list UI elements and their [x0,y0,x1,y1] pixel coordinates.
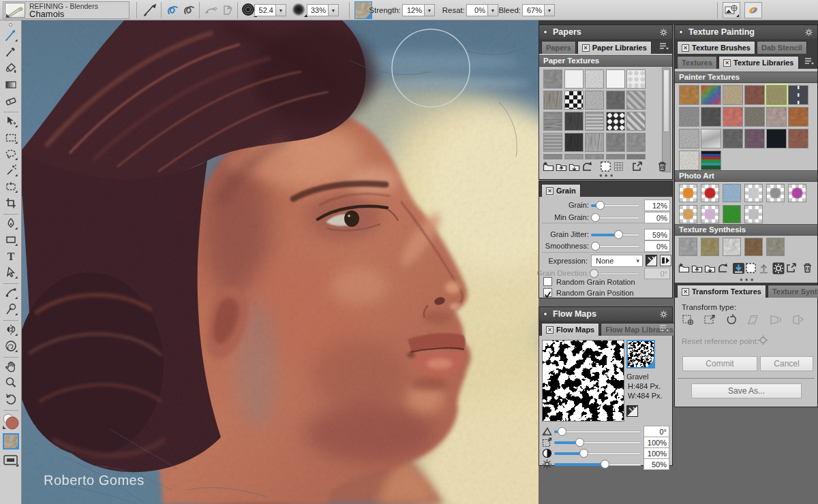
expression-dropdown[interactable]: None▾ [591,255,643,267]
trash-icon[interactable] [656,161,668,172]
invert-grain-icon[interactable] [646,255,657,266]
painter-texture-swatch[interactable] [701,151,721,170]
slider-value[interactable]: 50% [643,458,669,470]
texture-synthesis-swatch[interactable] [723,238,741,256]
rect-select-tool[interactable] [2,131,20,146]
rect-shape-tool[interactable] [2,233,20,249]
texture-synthesis-swatch[interactable] [744,238,763,256]
paper-texture-swatch[interactable] [606,112,625,131]
save-as-button[interactable]: Save As... [691,383,802,398]
rotate-page-tool[interactable] [2,392,20,408]
tab-texture-libraries[interactable]: ✕Texture Libraries [718,56,798,69]
close-tab-icon[interactable]: ✕ [546,187,554,195]
painter-texture-swatch[interactable] [679,151,699,170]
marquee-icon[interactable] [745,262,757,274]
paper-texture-swatch[interactable] [585,154,604,159]
stroke-curve-icon[interactable] [165,3,181,18]
brush-size-input[interactable]: 52.4 [254,4,276,16]
clone-source-button[interactable] [723,2,740,18]
flow-map-thumbnail[interactable] [626,340,655,368]
gear-icon[interactable] [804,28,813,37]
paper-texture-swatch[interactable] [626,154,646,159]
reset-reference-icon[interactable] [758,335,768,345]
close-tab-icon[interactable]: ✕ [582,44,590,52]
transform-move-icon[interactable] [682,314,699,328]
random-grain-rotation-checkbox[interactable] [543,277,552,286]
magnifier-tool[interactable] [2,376,20,392]
paper-texture-swatch[interactable] [543,154,562,159]
tab-grain[interactable]: ✕Grain [541,184,581,197]
trash-icon[interactable] [802,262,813,274]
stamp-icon[interactable] [613,161,624,172]
photo-art-swatch[interactable] [701,205,719,223]
flow-map-preview[interactable] [542,340,624,422]
bleed-input[interactable]: 67% [522,4,545,16]
tab-texture-synth[interactable]: Texture Synth [768,285,818,298]
painter-texture-swatch[interactable] [723,85,743,105]
gear-icon[interactable] [659,310,668,319]
slider-value[interactable]: 59% [644,229,670,240]
paper-texture-swatch[interactable] [626,91,646,110]
tab-paper-libraries[interactable]: ✕Paper Libraries [577,41,652,54]
panel-options-icon[interactable] [658,324,669,333]
opacity-dropdown[interactable]: ▼ [329,4,339,16]
slider-value[interactable]: 0% [644,212,670,223]
divine-proportion-tool[interactable] [2,339,20,355]
painter-texture-swatch[interactable] [766,107,787,127]
paper-texture-swatch[interactable] [626,112,646,131]
random-grain-position-row[interactable]: Random Grain Position [543,288,634,297]
tab-dab-stencil[interactable]: Dab Stencil [757,41,807,54]
export-icon[interactable] [631,161,643,172]
folder-star-icon[interactable] [543,161,554,172]
marquee-icon[interactable] [600,161,611,172]
stroke-option1-icon[interactable] [203,3,219,18]
shape-select-tool[interactable] [2,266,20,281]
color-wells[interactable] [1,413,20,430]
crop-tool[interactable] [2,196,20,212]
photo-art-swatch[interactable] [679,205,697,223]
panel-options-icon[interactable] [658,42,669,51]
grain-direction-value[interactable]: 0° [644,268,670,279]
slider-thumb[interactable] [601,460,609,469]
slider-thumb[interactable] [579,449,588,458]
export-icon[interactable] [785,262,797,274]
transform-perspective-icon[interactable] [791,314,808,328]
paper-texture-swatch[interactable] [564,91,584,110]
texture-synthesis-swatch[interactable] [766,238,785,256]
slider-track[interactable] [554,430,641,433]
painter-texture-swatch[interactable] [679,129,699,148]
paper-texture-swatch[interactable] [626,69,646,89]
flow-panel-header[interactable]: Flow Maps [539,307,672,321]
folder-back-icon[interactable] [581,161,593,172]
transform-tool[interactable] [2,180,20,195]
shape-edit-tool[interactable] [2,286,20,302]
painter-texture-swatch[interactable] [788,107,808,127]
paper-texture-swatch[interactable] [585,112,604,131]
bleed-dropdown[interactable]: ▼ [545,4,555,16]
commit-button[interactable]: Commit [682,356,757,371]
texture-synthesis-swatch[interactable] [701,238,719,256]
slider-thumb[interactable] [558,427,566,436]
paper-texture-swatch[interactable] [606,154,625,159]
layer-adjuster-tool[interactable] [2,114,20,130]
paper-texture-swatch[interactable] [564,112,584,131]
eraser-tool[interactable] [2,94,20,110]
folder-down-icon[interactable] [569,161,580,172]
photo-art-swatch[interactable] [723,184,741,202]
transform-scale-icon[interactable] [703,314,721,328]
paper-texture-swatch[interactable] [606,133,625,152]
mirror-painting-tool[interactable] [2,323,20,338]
transform-distort-icon[interactable] [769,314,787,328]
papers-scrollbar[interactable] [662,67,671,172]
text-tool[interactable]: T [2,249,20,265]
transform-rotate-icon[interactable] [725,314,743,328]
resize-dots[interactable]: ●●● [599,172,616,178]
toolbox-handle[interactable] [9,23,12,27]
paper-texture-swatch[interactable] [564,133,584,152]
photo-art-swatch[interactable] [788,184,806,202]
tp-panel-header[interactable]: Texture Painting [675,25,817,39]
painter-texture-swatch[interactable] [679,107,699,127]
painter-texture-swatch[interactable] [766,129,787,148]
paint-bucket-tool[interactable] [2,61,20,77]
photo-art-swatch[interactable] [701,184,719,202]
